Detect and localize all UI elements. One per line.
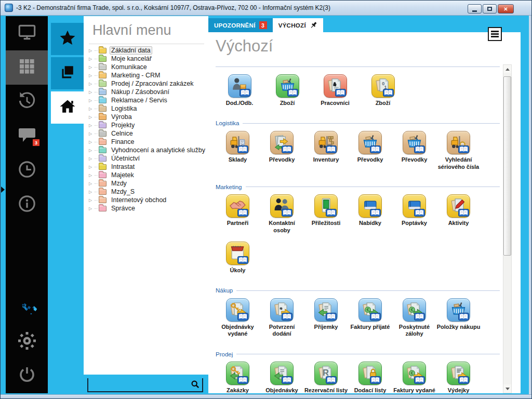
menu-tree-item[interactable]: ▷Celnice [89, 129, 208, 138]
tree-expand-icon[interactable]: ▷ [89, 123, 95, 128]
launcher-objedn-vky-vydan-[interactable]: Objednávky vydané [216, 298, 260, 338]
tree-expand-icon[interactable]: ▷ [89, 206, 95, 211]
launcher--koly[interactable]: Úkoly [216, 242, 260, 274]
menu-tree-item[interactable]: ▷Marketing - CRM [89, 71, 208, 79]
menu-tree-item[interactable]: ▷Majetek [89, 171, 208, 179]
launcher-p-le-itosti[interactable]: Příležitosti [304, 194, 348, 234]
menu-tree-item[interactable]: ▷Účetnictví [89, 154, 208, 163]
menu-tree-item[interactable]: ▷Vyhodnocení a analytické služby [89, 146, 208, 154]
launcher-p-evodky[interactable]: Převodky [392, 131, 436, 171]
minimize-button[interactable] [468, 4, 482, 14]
tree-expand-icon[interactable]: ▷ [89, 173, 95, 178]
close-button[interactable]: ✕ [498, 4, 514, 14]
launcher-faktury-vydan-[interactable]: €Faktury vydané [392, 362, 436, 393]
rail-button-applications[interactable] [6, 50, 48, 85]
launcher-popt-vky[interactable]: Poptávky [392, 194, 436, 234]
tree-expand-icon[interactable]: ▷ [89, 148, 95, 153]
launcher-dod-odb-[interactable]: Dod./Odb. [216, 74, 263, 107]
tree-item-label: Logistika [110, 105, 138, 112]
tree-expand-icon[interactable]: ▷ [89, 48, 95, 53]
vertical-scrollbar[interactable] [503, 64, 512, 393]
launcher-partne-i[interactable]: Partneři [216, 194, 260, 234]
launcher-kontaktn-osoby[interactable]: Kontaktní osoby [260, 194, 304, 234]
menu-tree-item[interactable]: ▷Nákup / Zásobování [89, 88, 208, 96]
menu-tree-item[interactable]: ▷Moje kancelář [89, 55, 208, 63]
launcher-zak-zky[interactable]: Zakázky [216, 362, 260, 393]
tree-expand-icon[interactable]: ▷ [89, 57, 95, 61]
tree-item-label: Komunikace [110, 63, 149, 71]
launcher-inventury[interactable]: Inventury [304, 131, 348, 171]
menu-tree-item[interactable]: ▷Prodej / Zpracování zakázek [89, 79, 208, 88]
rail-button-power[interactable] [6, 359, 48, 393]
rail-button-messages[interactable]: 3 [6, 119, 48, 153]
menu-tree-item[interactable]: ▷Komunikace [89, 63, 208, 71]
menu-tree-item[interactable]: ▷Mzdy [89, 179, 208, 188]
scroll-up-button[interactable] [503, 65, 511, 73]
scroll-down-button[interactable] [503, 384, 511, 393]
launcher-sklady[interactable]: 1234Sklady [216, 131, 260, 171]
launcher-zbo-[interactable]: 01Zboží [359, 74, 407, 107]
tab-upozornění[interactable]: UPOZORNĚNÍ3 [208, 18, 273, 32]
rail-button-settings[interactable] [6, 325, 48, 359]
panel-collapse-arrow-icon[interactable] [1, 187, 5, 193]
tree-expand-icon[interactable]: ▷ [89, 107, 95, 111]
section-items: PartneřiKontaktní osobyPříležitostiNabíd… [216, 194, 500, 281]
tree-expand-icon[interactable]: ▷ [89, 82, 95, 86]
launcher-potvrzen-dod-n-[interactable]: Potvrzení dodání [260, 298, 304, 338]
tree-expand-icon[interactable]: ▷ [89, 181, 95, 186]
launcher-objedn-vky[interactable]: Objednávky [260, 362, 304, 393]
launcher-polo-ky-n-kupu[interactable]: Položky nákupu [436, 298, 481, 338]
hamburger-menu-button[interactable] [488, 27, 502, 41]
menu-search-input[interactable] [89, 379, 189, 390]
menu-tree-item[interactable]: ▷Logistika [89, 104, 208, 113]
launcher-nab-dky[interactable]: Nabídky [348, 194, 392, 234]
tree-expand-icon[interactable]: ▷ [89, 140, 95, 144]
launcher-pracovn-ci[interactable]: Pracovníci [311, 74, 359, 107]
launcher-p-evodky[interactable]: Převodky [348, 131, 392, 171]
nav-button-open-windows[interactable] [51, 57, 84, 89]
launcher-dodac-listy[interactable]: Dodací listy [348, 362, 392, 393]
nav-button-favorites[interactable] [51, 23, 84, 55]
launcher-p-jemky[interactable]: Příjemky [304, 298, 348, 338]
launcher-zbo-[interactable]: Zboží [263, 74, 311, 107]
tree-expand-icon[interactable]: ▷ [89, 190, 95, 194]
launcher-p-evodky[interactable]: Převodky [260, 131, 304, 171]
rail-button-k2-logo[interactable] [6, 290, 48, 325]
menu-tree-item[interactable]: ▷Internetový obchod [89, 196, 208, 204]
nav-button-home[interactable] [51, 91, 84, 124]
menu-tree-item[interactable]: ▷Správce [89, 204, 208, 212]
scrollbar-thumb[interactable] [503, 76, 511, 256]
menu-tree-item[interactable]: ▷Základní data [89, 46, 208, 55]
tree-expand-icon[interactable]: ▷ [89, 198, 95, 203]
menu-tree-item[interactable]: ▷Mzdy_S [89, 188, 208, 196]
menu-tree-item[interactable]: ▷Projekty [89, 121, 208, 129]
tree-expand-icon[interactable]: ▷ [89, 65, 95, 70]
search-icon[interactable] [191, 380, 200, 389]
launcher-v-dejky[interactable]: Výdejky [436, 362, 481, 393]
rail-button-info[interactable] [6, 188, 48, 222]
tree-expand-icon[interactable]: ▷ [89, 73, 95, 78]
maximize-button[interactable] [483, 4, 497, 14]
doc_R-icon: R [314, 362, 338, 385]
menu-tree-item[interactable]: ▷Finance [89, 138, 208, 146]
rail-button-history[interactable] [6, 85, 48, 119]
tree-expand-icon[interactable]: ▷ [89, 98, 95, 103]
menu-tree-item[interactable]: ▷Intrastat [89, 163, 208, 171]
tree-expand-icon[interactable]: ▷ [89, 90, 95, 95]
menu-tree-item[interactable]: ▷Reklamace / Servis [89, 96, 208, 104]
tree-expand-icon[interactable]: ▷ [89, 115, 95, 119]
rail-button-recent[interactable] [6, 153, 48, 188]
tree-expand-icon[interactable]: ▷ [89, 165, 95, 169]
maximize-icon [487, 7, 492, 11]
launcher-aktivity[interactable]: Aktivity [436, 194, 481, 234]
launcher-faktury-p-ijat-[interactable]: €Faktury přijaté [348, 298, 392, 338]
launcher-rezerva-n-listy[interactable]: RRezervační listy [304, 362, 348, 393]
folder-icon [99, 131, 107, 137]
rail-button-desktop[interactable] [6, 16, 48, 50]
launcher-poskytnut-z-lohy[interactable]: €Poskytnuté zálohy [392, 298, 436, 338]
menu-tree-item[interactable]: ▷Výroba [89, 113, 208, 121]
tree-expand-icon[interactable]: ▷ [89, 156, 95, 161]
launcher-vyhled-n-s-riov-ho-sla[interactable]: Vyhledání sériového čísla [436, 131, 481, 171]
tree-expand-icon[interactable]: ▷ [89, 131, 95, 136]
tab-výchozí[interactable]: VÝCHOZÍ [273, 18, 323, 32]
